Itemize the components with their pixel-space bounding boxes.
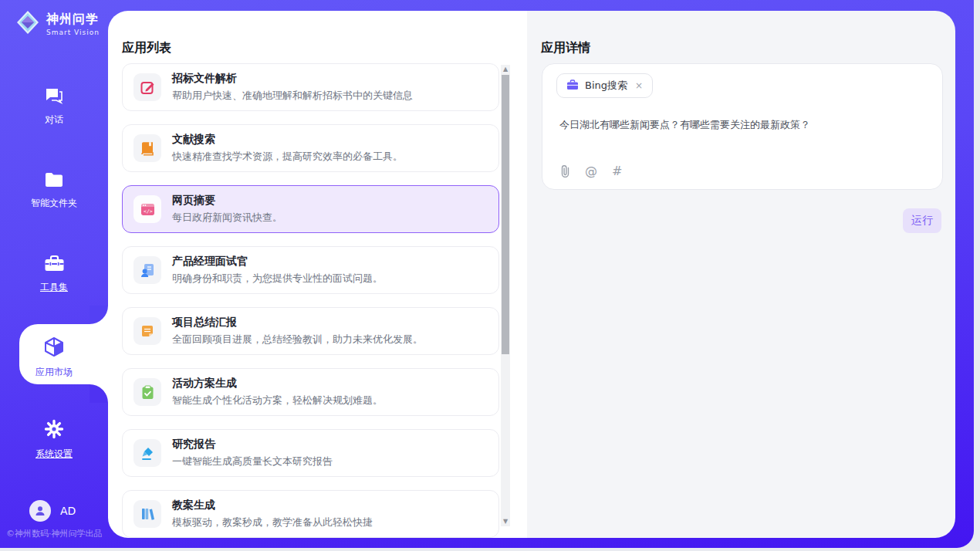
scrollbar-up-icon[interactable]: ▲ [501,65,510,74]
brand-diamond-logo-icon [15,9,40,39]
app-card-desc: 每日政府新闻资讯快查。 [172,211,282,225]
brand: 神州问学 Smart Vision [15,9,100,39]
app-card-desc: 明确身份和职责，为您提供专业性的面试问题。 [172,272,383,286]
app-card[interactable]: 项目总结汇报全面回顾项目进展，总结经验教训，助力未来优化发展。 [122,307,499,355]
toolbox-icon [44,255,65,276]
app-card-desc: 模板驱动，教案秒成，教学准备从此轻松快捷 [172,516,373,529]
scrollbar[interactable]: ▲ ▼ [501,65,510,526]
app-list-panel: 应用列表 招标文件解析帮助用户快速、准确地理解和解析招标书中的关键信息文献搜索快… [108,11,527,538]
app-detail-title: 应用详情 [541,40,590,56]
user-avatar[interactable] [29,500,51,522]
query-card: Bing搜索 × 今日湖北有哪些新闻要点？有哪些需要关注的最新政策？ @ # [542,63,943,190]
app-card-title: 招标文件解析 [172,72,413,86]
app-card-title: 网页摘要 [172,194,282,208]
books-icon [133,500,161,528]
sidebar-item-cube[interactable]: 应用市场 [0,336,108,379]
tool-chip-label: Bing搜索 [585,79,627,93]
chat-icon [44,86,64,108]
sidebar-footer: ©神州数码·神州问学出品 [6,528,108,539]
sidebar-item-label: 应用市场 [35,366,73,379]
run-button[interactable]: 运行 [903,208,941,233]
app-card[interactable]: </>网页摘要每日政府新闻资讯快查。 [122,185,499,233]
app-card-list: 招标文件解析帮助用户快速、准确地理解和解析招标书中的关键信息文献搜索快速精准查找… [122,63,500,538]
query-toolbar: @ # [559,164,622,178]
app-card[interactable]: 研究报告一键智能生成高质量长文本研究报告 [122,429,499,477]
clipboard-check-icon [133,378,161,406]
app-card-title: 文献搜索 [172,133,403,147]
chip-close-icon[interactable]: × [634,80,644,91]
gear-icon [44,419,64,442]
edit-icon [133,73,161,101]
sidebar: 神州问学 Smart Vision 对话智能文件夹工具集应用市场系统设置 AD … [0,0,108,548]
sidebar-item-label: 智能文件夹 [31,197,77,210]
note-icon [133,317,161,345]
app-card[interactable]: 教案生成模板驱动，教案秒成，教学准备从此轻松快捷 [122,490,499,538]
tab-fillet-top [90,306,108,324]
book-icon [133,134,161,162]
app-card-desc: 智能生成个性化活动方案，轻松解决规划难题。 [172,394,383,407]
app-card-desc: 快速精准查找学术资源，提高研究效率的必备工具。 [172,150,403,164]
app-list-title: 应用列表 [122,40,171,56]
briefcase-icon [566,79,579,93]
tool-chip-bing-search[interactable]: Bing搜索 × [556,73,653,98]
app-card[interactable]: 活动方案生成智能生成个性化活动方案，轻松解决规划难题。 [122,368,499,416]
app-card-title: 研究报告 [172,438,333,451]
content-area: 应用列表 招标文件解析帮助用户快速、准确地理解和解析招标书中的关键信息文献搜索快… [108,11,955,538]
app-card-desc: 帮助用户快速、准确地理解和解析招标书中的关键信息 [172,89,413,103]
person-icon [34,505,46,517]
cube-icon [44,336,64,360]
user-row[interactable]: AD [29,500,76,522]
app-card-title: 活动方案生成 [172,377,383,390]
folder-icon [44,171,64,191]
hash-icon[interactable]: # [612,164,622,178]
app-card-desc: 全面回顾项目进展，总结经验教训，助力未来优化发展。 [172,333,423,346]
sidebar-item-gear[interactable]: 系统设置 [0,419,108,461]
browser-code-icon: </> [133,195,161,223]
brand-subtitle: Smart Vision [46,29,100,36]
query-input[interactable]: 今日湖北有哪些新闻要点？有哪些需要关注的最新政策？ [559,118,922,132]
paperclip-icon[interactable] [559,164,570,177]
app-detail-panel: 应用详情 Bing搜索 × 今日湖北有哪些新闻要点？有哪些需要关注的最新政策？ [527,11,955,538]
app-card-title: 产品经理面试官 [172,255,383,269]
app-card[interactable]: 产品经理面试官明确身份和职责，为您提供专业性的面试问题。 [122,246,499,294]
scrollbar-down-icon[interactable]: ▼ [501,517,510,526]
app-card-title: 项目总结汇报 [172,316,423,330]
scrollbar-thumb[interactable] [502,75,509,354]
sidebar-item-folder[interactable]: 智能文件夹 [0,171,108,210]
sidebar-item-toolbox[interactable]: 工具集 [0,255,108,294]
app-window: 神州问学 Smart Vision 对话智能文件夹工具集应用市场系统设置 AD … [0,0,974,548]
sidebar-item-label: 对话 [45,113,63,127]
tab-fillet-bottom [90,384,108,403]
app-card-title: 教案生成 [172,499,373,512]
sidebar-item-label: 系统设置 [35,448,73,461]
sidebar-item-chat[interactable]: 对话 [0,86,108,127]
app-card[interactable]: 招标文件解析帮助用户快速、准确地理解和解析招标书中的关键信息 [122,63,499,111]
pen-icon [133,439,161,467]
app-card-desc: 一键智能生成高质量长文本研究报告 [172,455,333,468]
person-doc-icon [133,256,161,284]
app-card[interactable]: 文献搜索快速精准查找学术资源，提高研究效率的必备工具。 [122,124,499,172]
svg-text:</>: </> [144,208,153,214]
at-icon[interactable]: @ [585,164,597,178]
sidebar-item-label: 工具集 [40,281,68,294]
user-name: AD [60,505,76,517]
brand-name: 神州问学 [46,12,100,28]
